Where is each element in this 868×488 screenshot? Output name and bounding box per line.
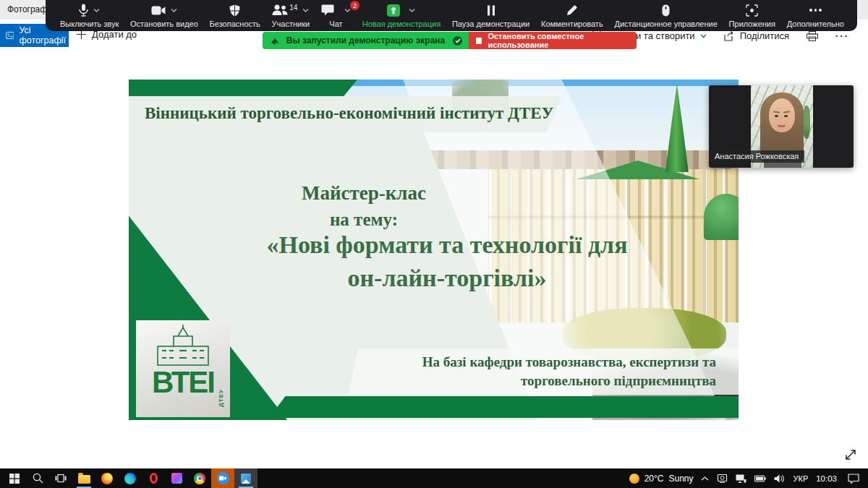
edge-icon xyxy=(124,473,136,484)
screen-share-icon xyxy=(387,4,400,17)
slide-bottom-green-band xyxy=(269,396,739,418)
slide-footer-line1: На базі кафедри товарознавства, експерти… xyxy=(422,354,716,370)
slide-top-green-band xyxy=(129,80,357,96)
pencil-icon xyxy=(566,4,578,16)
pause-icon xyxy=(487,5,495,16)
firefox-icon xyxy=(101,473,113,484)
chrome-button[interactable] xyxy=(188,468,211,488)
chat-label: Чат xyxy=(329,20,342,29)
share-button[interactable]: Поділитися xyxy=(724,30,789,41)
network-icon[interactable] xyxy=(736,474,746,483)
screen-share-status-text: Вы запустили демонстрацию экрана xyxy=(278,35,453,46)
stop-share-button[interactable]: Остановить совместное использование xyxy=(469,32,637,49)
participant-eye xyxy=(784,115,788,117)
microphone-icon xyxy=(79,4,88,17)
taskbar-apps xyxy=(0,468,258,488)
zoom-meeting-toolbar: Выключить звук Остановить видео xyxy=(46,0,857,31)
slide-topic-line1: «Нові формати та технології для xyxy=(194,231,700,259)
edge-button[interactable] xyxy=(119,468,142,488)
chat-button[interactable]: 2 Чат xyxy=(321,3,351,29)
shield-icon xyxy=(229,4,240,17)
new-share-chevron[interactable] xyxy=(409,9,415,12)
shield-check-icon[interactable] xyxy=(453,36,462,46)
annotate-button[interactable]: Комментировать xyxy=(541,3,603,29)
annotate-label: Комментировать xyxy=(541,20,603,29)
slide-heading-line2: на тему: xyxy=(237,210,490,230)
stop-video-label: Остановить видео xyxy=(130,20,198,29)
photos-app-button[interactable] xyxy=(234,468,258,488)
photos-app-icon xyxy=(241,474,251,484)
stop-video-button[interactable]: Остановить видео xyxy=(130,3,198,29)
zoom-app-button[interactable] xyxy=(211,468,234,488)
action-center-button[interactable] xyxy=(848,474,859,484)
vtei-building-drawing xyxy=(152,325,214,367)
start-button[interactable] xyxy=(3,468,26,488)
stop-share-label: Остановить совместное использование xyxy=(488,32,637,49)
vtei-logo: ВТЕІ ДТЕУ xyxy=(136,320,230,417)
task-view-button[interactable] xyxy=(49,468,72,488)
remote-control-button[interactable]: Дистанционное управление xyxy=(614,3,717,29)
clock[interactable]: 10:03 xyxy=(816,474,837,483)
more-options-button[interactable]: ··· xyxy=(835,30,849,41)
apps-label: Приложения xyxy=(729,20,775,29)
mute-label: Выключить звук xyxy=(60,20,119,29)
firefox-button[interactable] xyxy=(95,468,119,488)
participant-mouth xyxy=(778,125,786,127)
participants-button[interactable]: 14 Участники xyxy=(272,3,310,29)
tray-expand-chevron[interactable] xyxy=(701,476,709,481)
mute-chevron[interactable] xyxy=(93,9,100,12)
stop-icon xyxy=(476,38,482,44)
weather-widget[interactable]: 20°C Sunny xyxy=(629,474,694,484)
apps-icon xyxy=(746,4,758,17)
share-icon xyxy=(724,31,735,41)
resize-diagonal-icon[interactable] xyxy=(843,448,858,462)
system-tray: 20°C Sunny УКР 10:03 xyxy=(629,474,868,484)
chat-chevron[interactable] xyxy=(344,9,351,12)
folder-icon xyxy=(78,475,90,484)
pause-share-button[interactable]: Пауза демонстрации xyxy=(452,3,529,29)
new-share-label: Новая демонстрация xyxy=(362,20,441,29)
mouse-icon xyxy=(662,4,670,17)
weather-temp: 20°C xyxy=(644,474,664,484)
greenhouse-plant xyxy=(803,106,810,139)
vtei-logo-text: ВТЕІ xyxy=(152,367,214,398)
opera-button[interactable] xyxy=(142,468,165,488)
participant-eye xyxy=(775,115,778,117)
stop-video-chevron[interactable] xyxy=(171,9,177,12)
photo-icon xyxy=(6,31,14,40)
remote-control-label: Дистанционное управление xyxy=(614,20,717,29)
pause-share-label: Пауза демонстрации xyxy=(452,20,529,29)
mute-button[interactable]: Выключить звук xyxy=(60,3,119,29)
desktop-screen: Фотограф Усі фотографії Додати до xyxy=(0,0,868,488)
vtei-logo-subtext: ДТЕУ xyxy=(218,389,224,407)
more-label: Дополнительно xyxy=(787,20,844,29)
video-camera-icon xyxy=(151,6,166,15)
security-button[interactable]: Безопасность xyxy=(210,3,260,29)
participants-chevron[interactable] xyxy=(302,9,309,12)
print-button[interactable] xyxy=(807,31,818,41)
participant-video[interactable]: Анастасия Рожковская xyxy=(709,85,854,168)
slide-heading-line1: Майстер-клас xyxy=(237,182,490,205)
new-share-button[interactable]: Новая демонстрация xyxy=(362,3,441,29)
battery-icon[interactable] xyxy=(754,475,766,482)
photos-window-title: Фотограф xyxy=(7,4,47,14)
security-label: Безопасность xyxy=(210,20,260,29)
file-explorer-button[interactable] xyxy=(72,468,95,488)
participants-label: Участники xyxy=(272,20,310,29)
volume-icon[interactable] xyxy=(774,474,785,483)
search-icon xyxy=(33,473,43,484)
apps-button[interactable]: Приложения xyxy=(729,3,775,29)
share-label: Поділитися xyxy=(740,30,789,41)
more-button[interactable]: Дополнительно xyxy=(787,3,844,29)
cast-icon[interactable] xyxy=(717,474,728,483)
task-view-icon xyxy=(55,474,67,483)
slide-footer-line2: торговельного підприємництва xyxy=(521,373,716,389)
paint-3d-button[interactable] xyxy=(165,468,188,488)
presentation-slide: Вінницький торговельно-економічний інсти… xyxy=(129,80,739,420)
paint-3d-icon xyxy=(171,473,182,484)
participants-count: 14 xyxy=(289,4,297,12)
language-indicator[interactable]: УКР xyxy=(793,474,808,483)
search-button[interactable] xyxy=(26,468,49,488)
chat-bubble-icon xyxy=(321,4,334,16)
chevron-down-icon xyxy=(700,34,707,38)
